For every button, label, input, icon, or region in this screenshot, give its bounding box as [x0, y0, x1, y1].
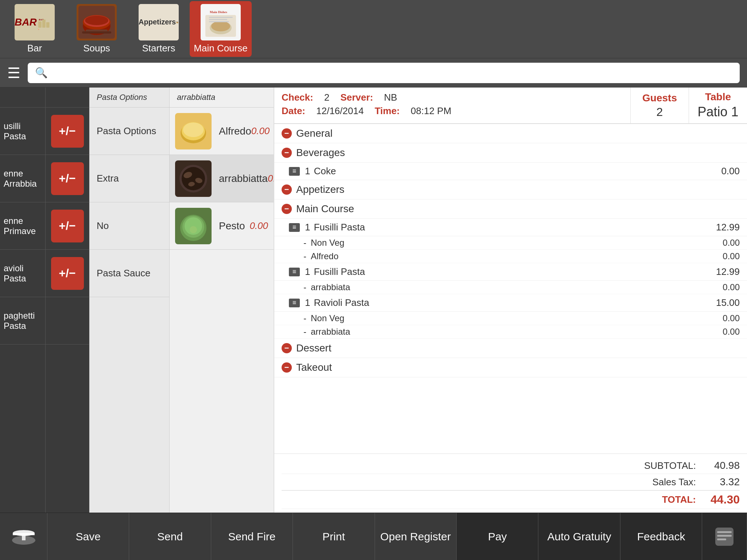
category-takeout[interactable]: − Takeout: [274, 358, 747, 377]
sauce-arrabbiatta-name: arrabbiatta: [219, 173, 268, 184]
ravioli-qty-icon: ≡: [289, 299, 300, 307]
category-starters[interactable]: Appetizers Starters: [128, 1, 190, 57]
total-label: TOTAL:: [662, 494, 696, 505]
alfredo-image: [175, 113, 212, 149]
category-dessert[interactable]: − Dessert: [274, 339, 747, 358]
category-maincourse-order[interactable]: − Main Course: [274, 199, 747, 219]
pm-cell-1: +/−: [46, 155, 89, 202]
fusilli2-qty-icon: ≡: [289, 268, 300, 276]
pm-cell-2: +/−: [46, 202, 89, 250]
ravioli-mod-nonveg-price: 0.00: [723, 313, 740, 323]
feedback-button[interactable]: Feedback: [620, 513, 702, 560]
right-panel: Check: 2 Server: NB Date: 12/16/2014 Tim…: [274, 88, 747, 513]
guests-value: 2: [657, 105, 663, 119]
category-maincourse[interactable]: Main Dishes Main Course: [190, 1, 252, 57]
svg-rect-4: [46, 22, 49, 28]
fusilli2-qty: 1: [305, 266, 310, 277]
order-item-fusilli-2[interactable]: ≡ 1 Fusilli Pasta 12.99: [274, 263, 747, 281]
collapse-beverages[interactable]: −: [282, 148, 292, 158]
category-beverages[interactable]: − Beverages: [274, 143, 747, 163]
open-register-button[interactable]: Open Register: [375, 513, 457, 560]
option-name-3[interactable]: Pasta Sauce: [89, 250, 169, 297]
tax-label: Sales Tax:: [653, 477, 696, 488]
fusilli1-mod-nonveg: - Non Veg 0.00: [274, 236, 747, 250]
server-value: NB: [384, 92, 397, 103]
date-value: 12/16/2014: [316, 105, 364, 117]
totals-section: SUBTOTAL: 40.98 Sales Tax: 3.32 TOTAL: 4…: [274, 454, 747, 513]
order-item-fusilli-1[interactable]: ≡ 1 Fusilli Pasta 12.99: [274, 219, 747, 236]
svg-point-33: [182, 167, 205, 190]
collapse-takeout[interactable]: −: [282, 362, 292, 373]
more-button[interactable]: [702, 513, 747, 560]
time-value: 08:12 PM: [411, 105, 451, 117]
option-name-1[interactable]: Extra: [89, 155, 169, 202]
item-name-0[interactable]: usilli Pasta: [0, 108, 45, 155]
plus-minus-btn-3[interactable]: +/−: [51, 257, 84, 290]
item-name-3[interactable]: avioli Pasta: [0, 250, 45, 297]
fusilli2-price: 12.99: [716, 266, 740, 277]
item-name-1[interactable]: enne Arrabbia: [0, 155, 45, 202]
svg-rect-47: [717, 531, 732, 533]
ravioli-mod-nonveg: - Non Veg 0.00: [274, 312, 747, 325]
general-label: General: [296, 128, 333, 139]
starters-category-image: Appetizers: [139, 4, 179, 40]
print-button[interactable]: Print: [293, 513, 375, 560]
coke-price: 0.00: [721, 166, 740, 177]
send-fire-button[interactable]: Send Fire: [211, 513, 293, 560]
collapse-maincourse[interactable]: −: [282, 204, 292, 214]
ravioli-mod-arrabbiata-price: 0.00: [723, 327, 740, 337]
total-value: 44.30: [703, 493, 740, 506]
collapse-dessert[interactable]: −: [282, 343, 292, 353]
beverages-label: Beverages: [296, 147, 345, 159]
fusilli1-name: Fusilli Pasta: [314, 222, 716, 233]
svg-point-23: [211, 21, 230, 31]
svg-rect-49: [717, 538, 726, 540]
tax-value: 3.32: [703, 476, 740, 488]
subtotal-row: SUBTOTAL: 40.98: [282, 458, 740, 474]
item-name-4[interactable]: paghetti Pasta: [0, 297, 45, 345]
sauce-alfredo-price: 0.00: [251, 125, 270, 137]
fusilli2-mod-arrabbiata-price: 0.00: [723, 282, 740, 292]
svg-rect-43: [13, 533, 35, 535]
item-name-2[interactable]: enne Primave: [0, 202, 45, 250]
order-item-coke[interactable]: ≡ 1 Coke 0.00: [274, 163, 747, 180]
option-name-2[interactable]: No: [89, 202, 169, 250]
col-option-names: Pasta Options Pasta Options Extra No Pas…: [89, 88, 170, 513]
sauce-item-arrabbiatta[interactable]: arrabbiatta 0.00: [170, 155, 274, 202]
plus-minus-btn-1[interactable]: +/−: [51, 162, 84, 195]
ravioli-price: 15.00: [716, 297, 740, 308]
send-button[interactable]: Send: [129, 513, 211, 560]
plus-minus-btn-2[interactable]: +/−: [51, 210, 84, 242]
coke-qty-icon: ≡: [289, 167, 300, 176]
pay-button[interactable]: Pay: [457, 513, 538, 560]
toolbar-logo: [0, 513, 47, 560]
check-header: Check: 2 Server: NB Date: 12/16/2014 Tim…: [274, 88, 747, 124]
ravioli-mod-arrabbiata-name: arrabbiata: [311, 327, 723, 337]
search-input[interactable]: [51, 67, 732, 78]
main-content: usilli Pasta enne Arrabbia enne Primave …: [0, 88, 747, 513]
search-bar-row: ☰ 🔍: [0, 58, 747, 88]
sauce-item-pesto[interactable]: Pesto 0.00: [170, 202, 274, 250]
option-name-0[interactable]: Pasta Options: [89, 108, 169, 155]
collapse-appetizers[interactable]: −: [282, 184, 292, 195]
category-general[interactable]: − General: [274, 124, 747, 143]
sauce-item-alfredo[interactable]: Alfredo 0.00: [170, 108, 274, 155]
auto-gratuity-button[interactable]: Auto Gratuity: [538, 513, 620, 560]
item-names-header: [0, 88, 45, 108]
dessert-label: Dessert: [296, 342, 331, 354]
collapse-general[interactable]: −: [282, 128, 292, 139]
plus-minus-btn-0[interactable]: +/−: [51, 115, 84, 148]
category-soups[interactable]: Soups: [66, 1, 128, 57]
option-names-header: Pasta Options: [89, 88, 169, 108]
save-button[interactable]: Save: [47, 513, 129, 560]
starters-label: Starters: [142, 43, 175, 54]
hamburger-button[interactable]: ☰: [7, 65, 20, 81]
col-sauce-options: arrabbiatta Alfredo 0.00: [170, 88, 274, 513]
check-header-info: Check: 2 Server: NB Date: 12/16/2014 Tim…: [274, 88, 630, 123]
order-item-ravioli[interactable]: ≡ 1 Ravioli Pasta 15.00: [274, 294, 747, 312]
fusilli1-mod-alfredo: - Alfredo 0.00: [274, 250, 747, 263]
fusilli1-mod-alfredo-price: 0.00: [723, 251, 740, 261]
category-appetizers[interactable]: − Appetizers: [274, 180, 747, 199]
category-bar[interactable]: BAR 🍹 Bar: [4, 1, 66, 57]
soups-label: Soups: [83, 43, 110, 54]
